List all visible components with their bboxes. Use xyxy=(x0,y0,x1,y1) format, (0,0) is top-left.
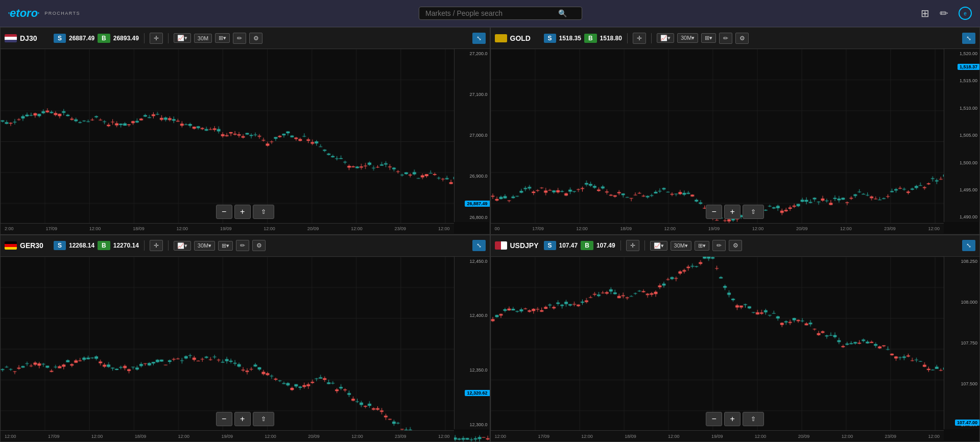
sep1 xyxy=(627,33,628,43)
chart-panel-gold: GOLD S 1518.35 B 1518.80 ✛ 📈▾ 30M▾ ⊞▾ ✏ … xyxy=(490,27,981,235)
logo-tick-right: ' xyxy=(38,11,39,18)
timeframe-btn-dj30[interactable]: 30M xyxy=(194,34,212,43)
buy-btn-ger30[interactable]: B xyxy=(98,241,110,250)
zoom-controls-dj30: − + ⇧ xyxy=(216,205,274,219)
indicators-btn-ger30[interactable]: ⊞▾ xyxy=(218,241,233,251)
price-level-dj30-4: 26,800.0 xyxy=(457,215,488,220)
flag-gold xyxy=(495,34,507,42)
chart-type-btn-usdjpy[interactable]: 📈▾ xyxy=(650,241,667,251)
current-price-tag-dj30: 26,887.49 xyxy=(465,201,489,207)
indicators-btn-dj30[interactable]: ⊞▾ xyxy=(215,33,230,43)
sell-btn-usdjpy[interactable]: S xyxy=(544,241,556,250)
sep1 xyxy=(620,240,621,251)
sell-price-dj30: 26887.49 xyxy=(69,35,94,42)
zoom-plus-dj30[interactable]: + xyxy=(234,205,251,219)
time-axis-usdjpy: 12:00 17/09 12:00 18/09 12:00 19/09 12:0… xyxy=(491,430,944,441)
timeframe-btn-ger30[interactable]: 30M▾ xyxy=(194,241,215,251)
settings-btn-dj30[interactable]: ⚙ xyxy=(249,33,262,44)
zoom-controls-gold: − + ⇧ xyxy=(706,205,764,219)
buy-price-ger30: 12270.14 xyxy=(113,242,139,249)
charts-grid: DJ30 S 26887.49 B 26893.49 ✛ 📈▾ 30M ⊞▾ ✏… xyxy=(0,27,980,442)
time-axis-dj30: 2:00 17/09 12:00 18/09 12:00 19/09 12:00… xyxy=(1,223,454,234)
fullscreen-btn-gold[interactable]: ⤡ xyxy=(962,33,975,44)
flag-usdjpy xyxy=(495,241,507,250)
share-btn-ger30[interactable]: ⇧ xyxy=(253,412,274,426)
etoro-circle-icon[interactable]: e xyxy=(959,7,972,20)
search-icon: 🔍 xyxy=(558,9,567,17)
timeframe-btn-usdjpy[interactable]: 30M▾ xyxy=(671,241,691,251)
logo-area: ' etoro ' PROCHARTS xyxy=(8,7,80,20)
crosshair-btn-usdjpy[interactable]: ✛ xyxy=(626,240,639,251)
pencil-icon[interactable]: ✏ xyxy=(940,7,948,19)
drawing-btn-usdjpy[interactable]: ✏ xyxy=(712,240,726,251)
indicators-btn-gold[interactable]: ⊞▾ xyxy=(701,33,716,43)
zoom-plus-usdjpy[interactable]: + xyxy=(724,412,740,426)
chart-header-dj30: DJ30 S 26887.49 B 26893.49 ✛ 📈▾ 30M ⊞▾ ✏… xyxy=(1,28,490,49)
sell-price-ger30: 12268.14 xyxy=(69,242,94,249)
timeframe-btn-gold[interactable]: 30M▾ xyxy=(677,33,698,43)
flag-ger30 xyxy=(5,241,17,250)
current-price-tag-usdjpy: 107.47.00 xyxy=(955,420,979,426)
crosshair-btn-dj30[interactable]: ✛ xyxy=(150,33,163,44)
share-btn-gold[interactable]: ⇧ xyxy=(743,205,764,219)
zoom-minus-ger30[interactable]: − xyxy=(216,412,232,426)
search-container: 🔍 xyxy=(419,7,582,20)
sell-btn-dj30[interactable]: S xyxy=(54,34,66,43)
share-btn-dj30[interactable]: ⇧ xyxy=(253,205,274,219)
chart-body-dj30: 27,200.0 27,100.0 27,000.0 26,900.0 26,8… xyxy=(1,49,490,234)
indicators-btn-usdjpy[interactable]: ⊞▾ xyxy=(695,241,709,251)
settings-btn-usdjpy[interactable]: ⚙ xyxy=(729,240,742,251)
buy-btn-usdjpy[interactable]: B xyxy=(581,241,593,250)
buy-price-gold: 1518.80 xyxy=(600,35,622,42)
price-level-dj30-1: 27,100.0 xyxy=(457,92,488,97)
current-price-tag-ger30: 12,320.62 xyxy=(465,390,489,396)
sell-price-gold: 1518.35 xyxy=(559,35,581,42)
symbol-usdjpy: USDJPY xyxy=(510,241,541,250)
zoom-minus-gold[interactable]: − xyxy=(706,205,722,219)
zoom-controls-usdjpy: − + ⇧ xyxy=(706,412,764,426)
sell-btn-ger30[interactable]: S xyxy=(54,241,66,250)
chart-header-ger30: GER30 S 12268.14 B 12270.14 ✛ 📈▾ 30M▾ ⊞▾… xyxy=(1,235,490,257)
time-axis-gold: 00 17/09 12:00 18/09 12:00 19/09 12:00 2… xyxy=(491,223,944,234)
grid-icon[interactable]: ⊞ xyxy=(921,7,929,19)
buy-price-usdjpy: 107.49 xyxy=(596,242,615,249)
share-btn-usdjpy[interactable]: ⇧ xyxy=(743,412,764,426)
sell-price-usdjpy: 107.47 xyxy=(559,242,578,249)
sep2 xyxy=(168,240,169,251)
zoom-plus-ger30[interactable]: + xyxy=(234,412,251,426)
zoom-plus-gold[interactable]: + xyxy=(724,205,740,219)
crosshair-btn-ger30[interactable]: ✛ xyxy=(150,240,163,251)
buy-btn-gold[interactable]: B xyxy=(584,34,597,43)
zoom-minus-dj30[interactable]: − xyxy=(216,205,232,219)
chart-type-btn-gold[interactable]: 📈▾ xyxy=(657,33,674,43)
chart-type-btn-dj30[interactable]: 📈▾ xyxy=(174,33,191,43)
sep1 xyxy=(144,33,145,43)
nav-right: ⊞ ✏ e xyxy=(921,7,972,20)
chart-header-usdjpy: USDJPY S 107.47 B 107.49 ✛ 📈▾ 30M▾ ⊞▾ ✏ … xyxy=(491,235,980,257)
chart-body-gold: 1,520.00 1,515.00 1,510.00 1,505.00 1,50… xyxy=(491,49,980,234)
chart-panel-ger30: GER30 S 12268.14 B 12270.14 ✛ 📈▾ 30M▾ ⊞▾… xyxy=(0,235,490,443)
chart-header-gold: GOLD S 1518.35 B 1518.80 ✛ 📈▾ 30M▾ ⊞▾ ✏ … xyxy=(491,28,980,49)
drawing-btn-dj30[interactable]: ✏ xyxy=(233,33,246,44)
sell-btn-gold[interactable]: S xyxy=(544,34,556,43)
price-scale-ger30: 12,450.0 12,400.0 12,350.0 12,300.0 xyxy=(454,257,490,430)
buy-btn-dj30[interactable]: B xyxy=(98,34,110,43)
crosshair-btn-gold[interactable]: ✛ xyxy=(633,33,646,44)
topnav: ' etoro ' PROCHARTS 🔍 ⊞ ✏ e xyxy=(0,0,980,27)
sep1 xyxy=(144,240,145,251)
search-input[interactable] xyxy=(425,9,558,17)
drawing-btn-ger30[interactable]: ✏ xyxy=(236,240,249,251)
settings-btn-ger30[interactable]: ⚙ xyxy=(252,240,266,251)
zoom-minus-usdjpy[interactable]: − xyxy=(706,412,722,426)
fullscreen-btn-ger30[interactable]: ⤡ xyxy=(472,240,486,251)
logo: ' etoro ' xyxy=(8,7,39,20)
settings-btn-gold[interactable]: ⚙ xyxy=(735,33,749,44)
fullscreen-btn-dj30[interactable]: ⤡ xyxy=(472,33,486,44)
chart-panel-usdjpy: USDJPY S 107.47 B 107.49 ✛ 📈▾ 30M▾ ⊞▾ ✏ … xyxy=(490,235,981,443)
fullscreen-btn-usdjpy[interactable]: ⤡ xyxy=(962,240,975,251)
symbol-dj30: DJ30 xyxy=(20,34,51,42)
procharts-label: PROCHARTS xyxy=(44,11,80,16)
drawing-btn-gold[interactable]: ✏ xyxy=(719,33,732,44)
chart-type-btn-ger30[interactable]: 📈▾ xyxy=(174,241,191,251)
chart-body-ger30: 12,450.0 12,400.0 12,350.0 12,300.0 12,3… xyxy=(1,257,490,442)
